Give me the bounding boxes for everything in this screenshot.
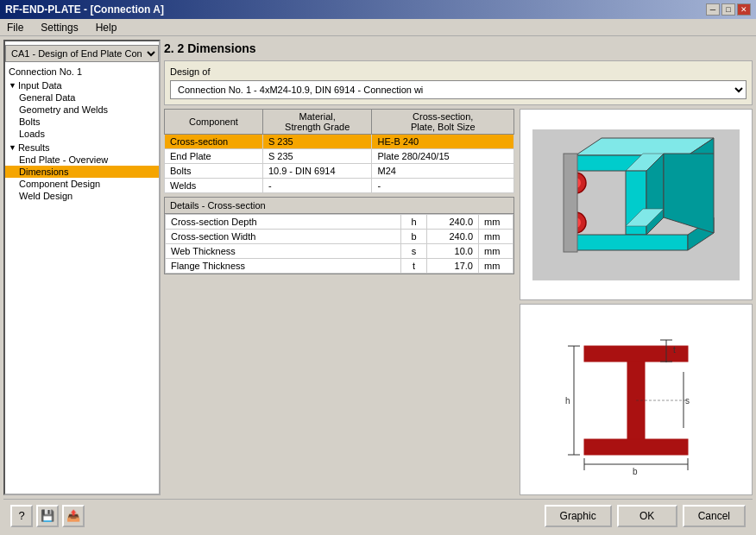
title-bar: RF-END-PLATE - [Connection A] ─ □ ✕ <box>0 0 756 19</box>
tables-area: Component Material,Strength Grade Cross-… <box>164 109 514 495</box>
comp-cross-cell: M24 <box>372 164 514 179</box>
sidebar-item-dimensions[interactable]: Dimensions <box>5 166 159 178</box>
col-cross: Cross-section,Plate, Bolt Size <box>372 110 514 135</box>
detail-value: 10.0 <box>427 244 479 259</box>
sidebar-item-component-design[interactable]: Component Design <box>5 178 159 190</box>
detail-symbol: b <box>401 230 427 244</box>
svg-rect-19 <box>584 439 688 455</box>
section-title: 2. 2 Dimensions <box>164 40 753 57</box>
comp-material-cell: 10.9 - DIN 6914 <box>262 164 372 179</box>
sidebar-item-weld-design[interactable]: Weld Design <box>5 190 159 202</box>
results-label[interactable]: ▼ Results <box>5 142 159 154</box>
cancel-button[interactable]: Cancel <box>683 505 746 527</box>
results-group: ▼ Results End Plate - Overview Dimension… <box>5 142 159 202</box>
content-area: CA1 - Design of End Plate Conn Connectio… <box>3 40 753 495</box>
input-data-group: ▼ Input Data General Data Geometry and W… <box>5 79 159 140</box>
right-content: 2. 2 Dimensions Design of Connection No.… <box>164 40 753 495</box>
svg-text:s: s <box>685 396 690 406</box>
detail-label: Web Thickness <box>166 244 401 259</box>
comp-name-cell: End Plate <box>165 149 263 164</box>
bottom-left: ? 💾 📤 <box>10 505 85 527</box>
sidebar: CA1 - Design of End Plate Conn Connectio… <box>3 40 161 495</box>
graphic-2d: t h s <box>520 304 753 495</box>
col-component: Component <box>165 110 263 135</box>
details-row: Cross-section Depth h 240.0 mm <box>166 215 513 230</box>
main-container: CA1 - Design of End Plate Conn Connectio… <box>0 36 756 535</box>
detail-unit: mm <box>479 259 513 274</box>
close-button[interactable]: ✕ <box>737 3 751 16</box>
detail-unit: mm <box>479 244 513 259</box>
menu-settings[interactable]: Settings <box>37 21 81 35</box>
table-row: End Plate S 235 Plate 280/240/15 <box>165 149 514 164</box>
design-panel: Design of Connection No. 1 - 4xM24-10.9,… <box>164 60 753 105</box>
results-text: Results <box>18 142 50 153</box>
graphic-button[interactable]: Graphic <box>545 505 612 527</box>
sidebar-item-end-plate-overview[interactable]: End Plate - Overview <box>5 154 159 166</box>
details-row: Flange Thickness t 17.0 mm <box>166 259 513 274</box>
details-header: Details - Cross-section <box>165 198 513 214</box>
design-dropdown[interactable]: Connection No. 1 - 4xM24-10.9, DIN 6914 … <box>170 80 747 99</box>
comp-cross-cell: Plate 280/240/15 <box>372 149 514 164</box>
graphic-area: t h s <box>520 109 753 495</box>
expand-icon: ▼ <box>9 81 16 90</box>
window-controls: ─ □ ✕ <box>706 3 751 16</box>
input-data-text: Input Data <box>18 80 62 91</box>
maximize-button[interactable]: □ <box>721 3 735 16</box>
connection-dropdown[interactable]: CA1 - Design of End Plate Conn <box>5 45 159 62</box>
comp-name-cell: Bolts <box>165 164 263 179</box>
menu-file[interactable]: File <box>3 21 27 35</box>
menu-bar: File Settings Help <box>0 19 756 36</box>
comp-name-cell: Cross-section <box>165 135 263 149</box>
sidebar-item-bolts[interactable]: Bolts <box>5 116 159 128</box>
table-row: Cross-section S 235 HE-B 240 <box>165 135 514 149</box>
svg-text:b: b <box>633 467 638 475</box>
detail-label: Cross-section Width <box>166 230 401 244</box>
detail-symbol: t <box>401 259 427 274</box>
details-table: Cross-section Depth h 240.0 mm Cross-sec… <box>165 214 513 274</box>
comp-name-cell: Welds <box>165 179 263 193</box>
menu-help[interactable]: Help <box>92 21 121 35</box>
svg-text:h: h <box>565 396 570 406</box>
details-row: Web Thickness s 10.0 mm <box>166 244 513 259</box>
connection-label: Connection No. 1 <box>5 66 159 78</box>
svg-text:t: t <box>673 345 676 355</box>
detail-value: 240.0 <box>427 215 479 230</box>
expand-icon-results: ▼ <box>9 143 16 152</box>
table-row: Welds - - <box>165 179 514 193</box>
comp-cross-cell: HE-B 240 <box>372 135 514 149</box>
detail-unit: mm <box>479 215 513 230</box>
detail-symbol: h <box>401 215 427 230</box>
detail-symbol: s <box>401 244 427 259</box>
sidebar-item-loads[interactable]: Loads <box>5 128 159 140</box>
ok-button[interactable]: OK <box>617 505 677 527</box>
export-toolbar-button[interactable]: 📤 <box>62 505 85 527</box>
comp-cross-cell: - <box>372 179 514 193</box>
col-material: Material,Strength Grade <box>262 110 372 135</box>
svg-rect-17 <box>584 346 688 362</box>
comp-material-cell: S 235 <box>262 135 372 149</box>
design-dropdown-row: Connection No. 1 - 4xM24-10.9, DIN 6914 … <box>170 80 747 99</box>
details-row: Cross-section Width b 240.0 mm <box>166 230 513 244</box>
beam-3d-svg <box>532 129 740 280</box>
cross-section-svg: t h s <box>532 324 740 475</box>
comp-material-cell: S 235 <box>262 149 372 164</box>
detail-unit: mm <box>479 230 513 244</box>
table-row: Bolts 10.9 - DIN 6914 M24 <box>165 164 514 179</box>
detail-label: Cross-section Depth <box>166 215 401 230</box>
bottom-right: Graphic OK Cancel <box>545 505 746 527</box>
graphic-3d <box>520 109 753 300</box>
design-label: Design of <box>170 66 747 77</box>
middle-area: Component Material,Strength Grade Cross-… <box>164 109 753 495</box>
help-toolbar-button[interactable]: ? <box>10 505 33 527</box>
window-title: RF-END-PLATE - [Connection A] <box>5 3 164 16</box>
detail-value: 17.0 <box>427 259 479 274</box>
save-toolbar-button[interactable]: 💾 <box>36 505 59 527</box>
sidebar-item-geometry-welds[interactable]: Geometry and Welds <box>5 104 159 116</box>
components-table: Component Material,Strength Grade Cross-… <box>164 109 514 193</box>
sidebar-item-general-data[interactable]: General Data <box>5 91 159 104</box>
svg-marker-7 <box>576 235 688 250</box>
minimize-button[interactable]: ─ <box>706 3 720 16</box>
detail-value: 240.0 <box>427 230 479 244</box>
details-container: Details - Cross-section Cross-section De… <box>164 197 514 274</box>
input-data-label[interactable]: ▼ Input Data <box>5 79 159 91</box>
